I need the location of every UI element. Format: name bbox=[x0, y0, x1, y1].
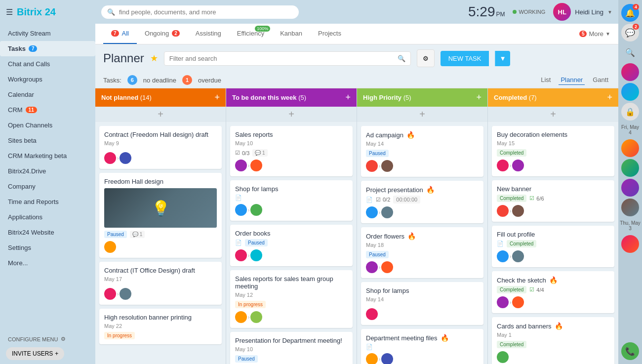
comment-count: 💬 1 bbox=[130, 231, 145, 238]
tab-kanban[interactable]: Kanban bbox=[272, 24, 310, 44]
contact-avatar-4[interactable] bbox=[621, 159, 639, 177]
sidebar-item-website[interactable]: Bitrix24 Website bbox=[0, 225, 95, 240]
view-gantt[interactable]: Gantt bbox=[591, 75, 610, 85]
view-planner[interactable]: Planner bbox=[559, 75, 585, 85]
task-card[interactable]: Shop for lampsMay 14 bbox=[361, 282, 483, 325]
col-body-this_week: Sales reportsMay 10☑ 0/3💬 1›Shop for lam… bbox=[226, 122, 357, 364]
avatar bbox=[497, 296, 509, 308]
task-card[interactable]: Contract (Freedom Hall design) draftMay … bbox=[99, 126, 222, 169]
task-card[interactable]: Department meeting files 🔥📄› bbox=[361, 329, 483, 364]
task-card[interactable]: Project presentation 🔥📄☑ 0/200:00:00› bbox=[361, 181, 483, 223]
task-card[interactable]: Sales reports for sales team group meeti… bbox=[230, 270, 353, 328]
sidebar-item-tasks[interactable]: Tasks 7 bbox=[0, 41, 95, 56]
task-card[interactable]: Order flowers 🔥May 18Paused› bbox=[361, 227, 483, 278]
tab-ongoing[interactable]: Ongoing 2 bbox=[137, 24, 188, 44]
task-card[interactable]: High resolution banner printingMay 22In … bbox=[99, 309, 222, 344]
sidebar-item-calendar[interactable]: Calendar bbox=[0, 87, 95, 102]
tab-all[interactable]: 7 All bbox=[103, 24, 137, 44]
sidebar-item-openchannels[interactable]: Open Channels bbox=[0, 118, 95, 133]
chat-icon-button[interactable]: 💬 2 bbox=[621, 24, 639, 41]
tab-efficiency[interactable]: Efficiency 100% bbox=[229, 24, 272, 44]
user-info[interactable]: HL Heidi Ling ▼ bbox=[553, 3, 612, 21]
task-title: High resolution banner printing bbox=[104, 314, 217, 321]
task-avatars: › bbox=[104, 152, 217, 164]
invite-users-label: INVITE USERS bbox=[12, 350, 53, 357]
star-icon[interactable]: ★ bbox=[150, 53, 158, 64]
avatar bbox=[250, 204, 262, 216]
search-icon-button[interactable]: 🔍 bbox=[621, 43, 639, 61]
task-card[interactable]: Order books📄Paused› bbox=[230, 225, 353, 266]
date-thu: Thu, May 3 bbox=[618, 218, 642, 233]
sidebar-item-crm[interactable]: CRM 11 bbox=[0, 102, 95, 118]
col-add-row[interactable]: + bbox=[95, 107, 226, 122]
search-input[interactable] bbox=[119, 8, 293, 16]
col-add-icon[interactable]: + bbox=[476, 92, 482, 103]
search-box[interactable]: 🔍 bbox=[101, 5, 299, 19]
view-list[interactable]: List bbox=[539, 75, 553, 85]
sidebar-item-sites[interactable]: Sites beta bbox=[0, 133, 95, 148]
sidebar-item-company[interactable]: Company bbox=[0, 179, 95, 194]
contact-avatar-5[interactable] bbox=[621, 179, 639, 197]
sidebar-item-drive[interactable]: Bitrix24.Drive bbox=[0, 163, 95, 179]
task-card[interactable]: Ad campaign 🔥May 14Paused› bbox=[361, 126, 483, 177]
new-task-dropdown-button[interactable]: ▼ bbox=[495, 51, 510, 66]
sidebar-item-timereports[interactable]: Time and Reports bbox=[0, 194, 95, 209]
lock-icon-button[interactable]: 🔒 bbox=[621, 103, 639, 121]
filter-search-box[interactable]: 🔍 bbox=[164, 51, 411, 66]
no-deadline-count: 6 bbox=[127, 75, 137, 85]
task-card[interactable]: New bannerCompleted☑ 6/6› bbox=[492, 180, 614, 222]
contact-avatar-6[interactable] bbox=[621, 199, 639, 216]
checklist-icon: ☑ bbox=[376, 197, 381, 203]
sidebar-item-settings[interactable]: Settings bbox=[0, 240, 95, 255]
task-status: Completed bbox=[497, 195, 526, 202]
task-checklist: ☑ 0/2 bbox=[376, 197, 390, 203]
col-add-row[interactable]: + bbox=[226, 107, 357, 122]
tab-assisting[interactable]: Assisting bbox=[188, 24, 229, 44]
arrow-icon: › bbox=[248, 207, 249, 213]
settings-button[interactable]: ⚙ bbox=[417, 49, 435, 67]
col-add-icon[interactable]: + bbox=[345, 92, 351, 103]
task-card[interactable]: Sales reportsMay 10☑ 0/3💬 1› bbox=[230, 126, 353, 176]
task-avatars bbox=[366, 308, 479, 320]
task-date: May 15 bbox=[497, 140, 609, 146]
arrow-icon: › bbox=[379, 265, 380, 270]
more-tabs-button[interactable]: 5 More ▼ bbox=[579, 30, 610, 38]
col-add-icon[interactable]: + bbox=[214, 92, 220, 103]
sidebar-item-crmmarketing[interactable]: CRM Marketing beta bbox=[0, 148, 95, 163]
notification-icon[interactable]: 🔔 4 bbox=[621, 4, 639, 22]
sidebar-item-workgroups[interactable]: Workgroups bbox=[0, 72, 95, 87]
task-card[interactable]: Fill out profile📄Completed› bbox=[492, 226, 614, 267]
phone-icon-button[interactable]: 📞 bbox=[621, 342, 639, 360]
invite-users-button[interactable]: INVITE USERS + bbox=[6, 347, 64, 360]
contact-avatar-2[interactable] bbox=[621, 83, 639, 101]
content-header: Planner ★ 🔍 ⚙ NEW TASK ▼ bbox=[95, 44, 618, 72]
add-task-icon: + bbox=[288, 109, 294, 120]
sidebar-item-more[interactable]: More... bbox=[0, 255, 95, 271]
task-card[interactable]: Check the sketch 🔥Completed☑ 4/4› bbox=[492, 271, 614, 313]
avatar bbox=[381, 160, 393, 172]
col-title: Not planned (14) bbox=[101, 94, 152, 101]
avatar bbox=[366, 261, 378, 273]
tab-projects[interactable]: Projects bbox=[310, 24, 349, 44]
contact-avatar-7[interactable] bbox=[621, 235, 639, 253]
task-card[interactable]: Contract (IT Office Design) draftMay 17› bbox=[99, 262, 222, 305]
filter-input[interactable] bbox=[169, 55, 394, 62]
task-card[interactable]: Cards and banners 🔥May 1Completed bbox=[492, 317, 614, 364]
new-task-button[interactable]: NEW TASK bbox=[441, 51, 489, 66]
configure-menu[interactable]: CONFIGURE MENU ⚙ bbox=[6, 334, 89, 344]
task-card[interactable]: Freedom Hall design💡Paused💬 1 bbox=[99, 173, 222, 258]
sidebar-item-activity[interactable]: Activity Stream bbox=[0, 26, 95, 41]
sidebar-item-applications[interactable]: Applications bbox=[0, 209, 95, 225]
contact-avatar-3[interactable] bbox=[621, 139, 639, 157]
hamburger-icon[interactable]: ☰ bbox=[6, 7, 13, 17]
col-add-icon[interactable]: + bbox=[607, 92, 612, 103]
col-add-row[interactable]: + bbox=[357, 107, 487, 122]
task-meta: Paused bbox=[235, 355, 348, 363]
task-card[interactable]: Shop for lamps📄› bbox=[230, 180, 353, 221]
col-add-row[interactable]: + bbox=[488, 107, 618, 122]
configure-menu-label: CONFIGURE MENU bbox=[8, 336, 58, 342]
contact-avatar-1[interactable] bbox=[621, 63, 639, 81]
task-card[interactable]: Buy decoration elementsMay 15Completed› bbox=[492, 126, 614, 176]
task-card[interactable]: Presentation for Department meeting!May … bbox=[230, 332, 353, 364]
sidebar-item-chat[interactable]: Chat and Calls bbox=[0, 56, 95, 72]
